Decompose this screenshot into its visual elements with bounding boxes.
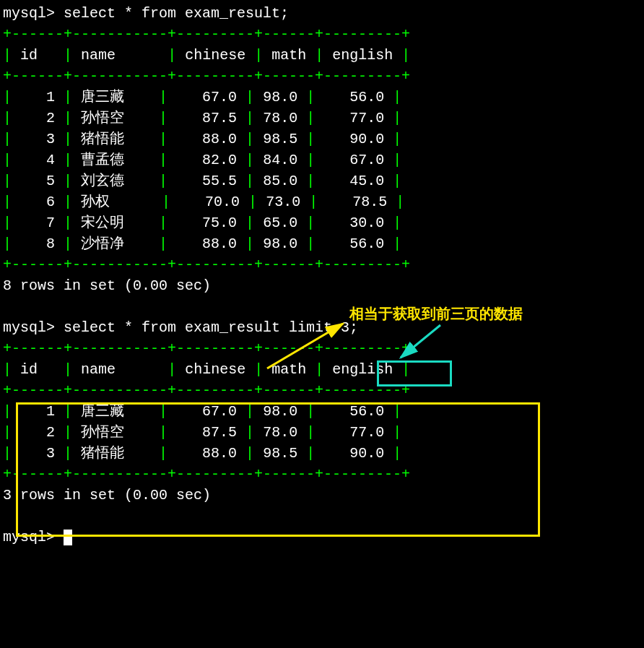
cursor <box>64 530 72 545</box>
table-border: +------+-----------+---------+------+---… <box>3 464 641 485</box>
sql-query-2: mysql> select * from exam_result limit 3… <box>3 317 641 338</box>
table-row: | 2 | 孙悟空 | 87.5 | 78.0 | 77.0 | <box>3 422 641 443</box>
table-row: | 8 | 沙悟净 | 88.0 | 98.0 | 56.0 | <box>3 233 641 254</box>
col-math: math <box>263 47 315 64</box>
col-english: english <box>323 47 401 64</box>
annotation-text: 相当于获取到前三页的数据 <box>349 303 523 324</box>
col-chinese: chinese <box>176 47 254 64</box>
table-border: +------+-----------+---------+------+---… <box>3 66 641 87</box>
status-2: 3 rows in set (0.00 sec) <box>3 485 641 506</box>
status-1: 8 rows in set (0.00 sec) <box>3 275 641 296</box>
blank-line <box>3 296 641 317</box>
table-border: +------+-----------+---------+------+---… <box>3 254 641 275</box>
table-row: | 3 | 猪悟能 | 88.0 | 98.5 | 90.0 | <box>3 443 641 464</box>
table-border: +------+-----------+---------+------+---… <box>3 24 641 45</box>
col-id: id <box>12 47 64 64</box>
mysql-prompt[interactable]: mysql> <box>3 527 641 548</box>
table-header-row: | id | name | chinese | math | english | <box>3 45 641 66</box>
table-row: | 5 | 刘玄德 | 55.5 | 85.0 | 45.0 | <box>3 170 641 191</box>
col-name: name <box>72 47 167 64</box>
sql-query-1: mysql> select * from exam_result; <box>3 3 641 24</box>
table-border: +------+-----------+---------+------+---… <box>3 338 641 359</box>
table-header-row: | id | name | chinese | math | english | <box>3 359 641 380</box>
table-row: | 7 | 宋公明 | 75.0 | 65.0 | 30.0 | <box>3 212 641 233</box>
table-row: | 3 | 猪悟能 | 88.0 | 98.5 | 90.0 | <box>3 129 641 150</box>
blank-line <box>3 506 641 527</box>
limit-clause: limit 3 <box>289 319 349 336</box>
table-border: +------+-----------+---------+------+---… <box>3 380 641 401</box>
table-row: | 4 | 曹孟德 | 82.0 | 84.0 | 67.0 | <box>3 150 641 170</box>
table-row: | 1 | 唐三藏 | 67.0 | 98.0 | 56.0 | <box>3 87 641 108</box>
table-row: | 1 | 唐三藏 | 67.0 | 98.0 | 56.0 | <box>3 401 641 422</box>
table-row: | 2 | 孙悟空 | 87.5 | 78.0 | 77.0 | <box>3 108 641 129</box>
table-row: | 6 | 孙权 | 70.0 | 73.0 | 78.5 | <box>3 191 641 212</box>
